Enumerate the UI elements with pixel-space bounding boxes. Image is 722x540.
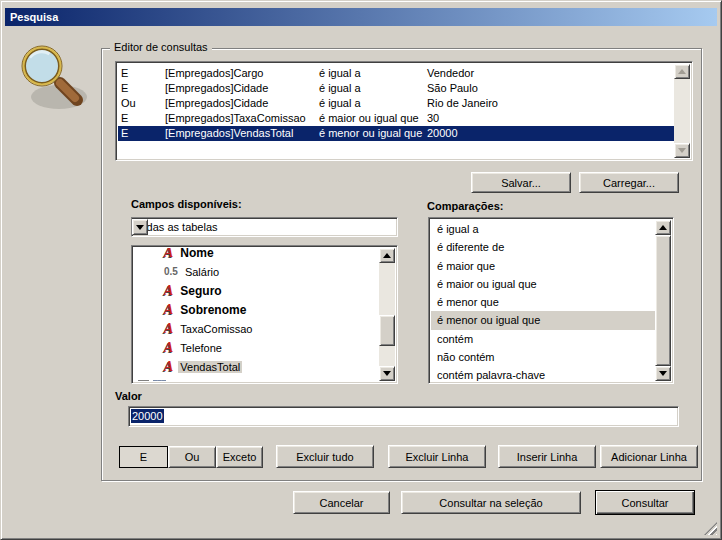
or-button-label: Ou (185, 451, 200, 463)
delete-line-label: Excluir Linha (406, 451, 469, 463)
query-cell-comparison: é maior ou igual que (319, 111, 427, 126)
scroll-up-button[interactable] (379, 248, 395, 263)
text-field-icon: A (164, 322, 173, 336)
query-cell-field: [Empregados]Cidade (165, 81, 319, 96)
field-item-label: Telefone (178, 342, 224, 354)
resize-grip[interactable] (704, 522, 717, 535)
field-item-label: TaxaComissao (178, 323, 254, 335)
cancel-button-label: Cancelar (319, 497, 363, 509)
comparisons-list[interactable]: é igual aé diferente deé maior queé maio… (428, 217, 674, 384)
text-field-icon: A (164, 284, 173, 298)
add-line-button[interactable]: Adicionar Linha (600, 445, 698, 468)
field-item-label: Sobrenome (178, 303, 248, 317)
delete-line-button[interactable]: Excluir Linha (388, 445, 486, 468)
comparison-item[interactable]: contém (431, 330, 655, 348)
value-label: Valor (115, 390, 142, 402)
query-conditions-list[interactable]: E[Empregados]Cargoé igual aVendedorE[Emp… (115, 61, 693, 161)
field-item[interactable]: AVendasTotal (134, 357, 379, 376)
scroll-down-button[interactable] (674, 143, 690, 158)
available-fields-tree[interactable]: ANome0.5SalárioASeguroASobrenomeATaxaCom… (131, 245, 398, 384)
field-item-label: Salário (183, 266, 221, 278)
scroll-down-button[interactable] (379, 366, 395, 381)
arrow-down-icon (678, 148, 686, 153)
except-button[interactable]: Exceto (216, 446, 263, 468)
field-item[interactable]: 0.5Salário (134, 262, 379, 281)
scrollbar-thumb[interactable] (379, 315, 395, 346)
chevron-down-icon (136, 225, 144, 230)
pesquisa-dialog: Pesquisa Editor de consultas E[Empregado… (0, 0, 722, 540)
tables-dropdown[interactable]: Todas as tabelas (131, 217, 398, 237)
query-cell-comparison: é igual a (319, 96, 427, 111)
field-list-scrollbar[interactable] (379, 248, 395, 381)
query-cell-field: [Empregados]Cargo (165, 66, 319, 81)
scrollbar-thumb[interactable] (655, 235, 671, 366)
scroll-down-button[interactable] (655, 366, 671, 381)
comparison-item[interactable]: é igual a (431, 220, 655, 238)
query-button-label: Consultar (621, 497, 668, 509)
comparison-item[interactable]: é diferente de (431, 238, 655, 256)
query-cell-value: Vendedor (427, 66, 674, 81)
field-item-label: VendasTotal (178, 361, 242, 373)
query-cell-comparison: é igual a (319, 81, 427, 96)
insert-line-button[interactable]: Inserir Linha (498, 445, 596, 468)
query-cell-comparison: é igual a (319, 66, 427, 81)
query-row[interactable]: E[Empregados]Cidadeé igual aSão Paulo (118, 81, 674, 96)
number-field-icon: 0.5 (164, 266, 178, 277)
title-bar[interactable]: Pesquisa (5, 8, 717, 26)
query-cell-value: 20000 (427, 126, 674, 141)
query-cell-comparison: é menor ou igual que (319, 126, 427, 141)
value-input[interactable]: 20000 (128, 406, 679, 427)
comparison-item[interactable]: não contém (431, 348, 655, 366)
comparison-item[interactable]: é maior que (431, 257, 655, 275)
query-row[interactable]: E[Empregados]VendasTotalé menor ou igual… (118, 126, 674, 141)
table-icon (153, 380, 166, 382)
query-cell-field: [Empregados]TaxaComissao (165, 111, 319, 126)
cancel-button[interactable]: Cancelar (293, 491, 390, 514)
comparison-item[interactable]: contém palavra-chave (431, 366, 655, 381)
delete-all-label: Excluir tudo (296, 451, 353, 463)
field-item-label: Nome (178, 248, 215, 260)
query-cell-value: São Paulo (427, 81, 674, 96)
query-row[interactable]: Ou[Empregados]Cidadeé igual aRio de Jane… (118, 96, 674, 111)
field-item[interactable]: ASobrenome (134, 300, 379, 319)
and-button-label: E (140, 451, 147, 463)
available-fields-label: Campos disponíveis: (131, 198, 242, 210)
field-item[interactable]: +[Empresas] (134, 376, 379, 381)
query-list-rows: E[Empregados]Cargoé igual aVendedorE[Emp… (118, 64, 674, 158)
load-button[interactable]: Carregar... (579, 172, 679, 193)
arrow-down-icon (383, 371, 391, 376)
and-button[interactable]: E (119, 446, 168, 468)
query-cell-field: [Empregados]VendasTotal (165, 126, 319, 141)
query-selection-button[interactable]: Consultar na seleção (401, 491, 581, 514)
text-field-icon: A (164, 248, 173, 260)
query-button[interactable]: Consultar (595, 490, 695, 515)
delete-all-button[interactable]: Excluir tudo (276, 445, 374, 468)
scroll-up-button[interactable] (674, 64, 690, 79)
value-input-text: 20000 (131, 409, 164, 423)
save-button-label: Salvar... (501, 177, 541, 189)
expand-plus-icon[interactable]: + (138, 380, 149, 381)
field-items: ANome0.5SalárioASeguroASobrenomeATaxaCom… (134, 248, 379, 381)
add-line-label: Adicionar Linha (611, 451, 687, 463)
comparison-items: é igual aé diferente deé maior queé maio… (431, 220, 655, 381)
comparison-item[interactable]: é menor que (431, 293, 655, 311)
comparison-item[interactable]: é maior ou igual que (431, 275, 655, 293)
comparisons-scrollbar[interactable] (655, 220, 671, 381)
field-item[interactable]: ANome (134, 248, 379, 262)
query-list-scrollbar[interactable] (674, 64, 690, 158)
query-row[interactable]: E[Empregados]TaxaComissaoé maior ou igua… (118, 111, 674, 126)
dropdown-button[interactable] (132, 219, 148, 235)
text-field-icon: A (164, 341, 173, 355)
comparison-item[interactable]: é menor ou igual que (431, 311, 655, 329)
field-item[interactable]: ATaxaComissao (134, 319, 379, 338)
field-item[interactable]: ATelefone (134, 338, 379, 357)
or-button[interactable]: Ou (168, 446, 216, 468)
save-button[interactable]: Salvar... (471, 172, 571, 193)
field-item-label: Seguro (178, 284, 223, 298)
field-item[interactable]: ASeguro (134, 281, 379, 300)
query-row[interactable]: E[Empregados]Cargoé igual aVendedor (118, 66, 674, 81)
scroll-up-button[interactable] (655, 220, 671, 235)
text-field-icon: A (164, 360, 173, 374)
query-cell-op: E (121, 66, 165, 81)
except-button-label: Exceto (223, 451, 257, 463)
